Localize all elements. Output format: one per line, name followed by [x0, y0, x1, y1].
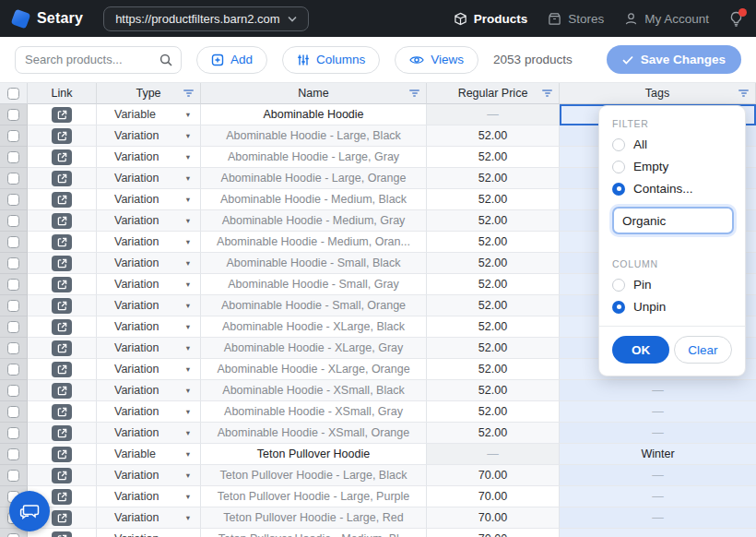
site-url-dropdown[interactable]: https://productfilters.barn2.com — [103, 6, 308, 31]
tags-cell[interactable]: — — [560, 401, 756, 423]
row-checkbox[interactable] — [7, 151, 19, 163]
name-cell[interactable]: Teton Pullover Hoodie - Large, Red — [201, 507, 427, 529]
chat-support-button[interactable] — [9, 491, 50, 531]
type-cell[interactable]: Variable ▾ — [97, 104, 201, 125]
filter-option-empty[interactable]: Empty — [612, 160, 732, 173]
tags-cell[interactable]: — — [560, 423, 756, 444]
regular-price-cell[interactable]: 52.00 — [427, 316, 560, 338]
type-cell[interactable]: Variation ▾ — [97, 232, 201, 253]
row-checkbox[interactable] — [7, 173, 19, 185]
add-button[interactable]: Add — [196, 46, 267, 74]
views-button[interactable]: Views — [395, 46, 478, 74]
open-product-link-button[interactable] — [52, 468, 72, 483]
type-cell[interactable]: Variation ▾ — [97, 401, 201, 423]
row-checkbox[interactable] — [7, 130, 19, 142]
type-cell[interactable]: Variation ▾ — [97, 380, 201, 401]
regular-price-cell[interactable]: 52.00 — [427, 232, 560, 253]
open-product-link-button[interactable] — [52, 107, 72, 123]
type-cell[interactable]: Variation ▾ — [97, 465, 201, 486]
regular-price-cell[interactable]: 70.00 — [427, 465, 560, 486]
type-cell[interactable]: Variation ▾ — [97, 253, 201, 274]
type-cell[interactable]: Variation ▾ — [97, 210, 201, 232]
open-product-link-button[interactable] — [52, 319, 72, 335]
open-product-link-button[interactable] — [52, 192, 72, 208]
header-name[interactable]: Name — [201, 83, 427, 104]
nav-my-account[interactable]: My Account — [624, 12, 709, 26]
open-product-link-button[interactable] — [52, 447, 72, 462]
open-product-link-button[interactable] — [52, 213, 72, 229]
name-cell[interactable]: Teton Pullover Hoodie - Large, Black — [201, 465, 427, 486]
row-checkbox[interactable] — [7, 385, 19, 397]
search-input[interactable] — [25, 53, 159, 66]
name-cell[interactable]: Abominable Hoodie - XLarge, Orange — [201, 359, 427, 380]
open-product-link-button[interactable] — [52, 510, 72, 526]
name-cell[interactable]: Abominable Hoodie - Large, Orange — [201, 168, 427, 189]
tags-cell[interactable]: — — [560, 380, 756, 401]
regular-price-cell[interactable]: 52.00 — [427, 359, 560, 380]
row-checkbox[interactable] — [7, 279, 19, 291]
row-checkbox[interactable] — [7, 257, 19, 269]
open-product-link-button[interactable] — [52, 149, 72, 165]
row-checkbox[interactable] — [7, 448, 19, 460]
name-cell[interactable]: Abominable Hoodie - XLarge, Black — [201, 316, 427, 338]
open-product-link-button[interactable] — [52, 298, 72, 314]
regular-price-cell[interactable]: 52.00 — [427, 210, 560, 232]
name-cell[interactable]: Abominable Hoodie - Large, Black — [201, 125, 427, 147]
name-cell[interactable]: Teton Pullover Hoodie — [201, 444, 427, 465]
open-product-link-button[interactable] — [52, 171, 72, 186]
filter-icon[interactable] — [183, 90, 194, 98]
type-cell[interactable]: Variation ▾ — [97, 529, 201, 537]
regular-price-cell[interactable]: 70.00 — [427, 486, 560, 507]
regular-price-cell[interactable]: 52.00 — [427, 189, 560, 210]
open-product-link-button[interactable] — [52, 425, 72, 441]
row-checkbox[interactable] — [7, 470, 19, 482]
open-product-link-button[interactable] — [52, 383, 72, 399]
columns-button[interactable]: Columns — [282, 46, 380, 74]
regular-price-cell[interactable]: 52.00 — [427, 253, 560, 274]
name-cell[interactable]: Abominable Hoodie - Small, Gray — [201, 274, 427, 295]
column-option-pin[interactable]: Pin — [612, 278, 732, 292]
open-product-link-button[interactable] — [52, 531, 72, 537]
name-cell[interactable]: Teton Pullover Hoodie - Medium, Bl... — [201, 529, 427, 537]
filter-option-all[interactable]: All — [612, 137, 732, 151]
row-checkbox[interactable] — [7, 300, 19, 312]
regular-price-cell[interactable]: 52.00 — [427, 423, 560, 444]
open-product-link-button[interactable] — [52, 362, 72, 377]
name-cell[interactable]: Teton Pullover Hoodie - Large, Purple — [201, 486, 427, 507]
row-checkbox[interactable] — [7, 427, 19, 439]
type-cell[interactable]: Variation ▾ — [97, 423, 201, 444]
open-product-link-button[interactable] — [52, 404, 72, 420]
regular-price-cell[interactable]: 52.00 — [427, 125, 560, 147]
type-cell[interactable]: Variation ▾ — [97, 486, 201, 507]
filter-icon[interactable] — [409, 90, 419, 98]
open-product-link-button[interactable] — [52, 128, 72, 144]
row-checkbox[interactable] — [7, 342, 19, 354]
regular-price-cell[interactable]: 52.00 — [427, 295, 560, 316]
open-product-link-button[interactable] — [52, 234, 72, 250]
regular-price-cell[interactable]: 70.00 — [427, 529, 560, 537]
row-checkbox[interactable] — [7, 533, 19, 537]
row-checkbox[interactable] — [7, 236, 19, 248]
name-cell[interactable]: Abominable Hoodie - XLarge, Gray — [201, 338, 427, 359]
regular-price-cell[interactable]: 52.00 — [427, 274, 560, 295]
type-cell[interactable]: Variation ▾ — [97, 507, 201, 529]
type-cell[interactable]: Variation ▾ — [97, 168, 201, 189]
regular-price-cell[interactable]: 52.00 — [427, 401, 560, 423]
ok-button[interactable]: OK — [612, 336, 669, 364]
type-cell[interactable]: Variation ▾ — [97, 295, 201, 316]
type-cell[interactable]: Variation ▾ — [97, 189, 201, 210]
regular-price-cell[interactable]: — — [427, 444, 560, 465]
type-cell[interactable]: Variation ▾ — [97, 359, 201, 380]
whats-new-button[interactable] — [729, 11, 743, 27]
tags-cell[interactable]: — — [560, 507, 756, 529]
row-checkbox[interactable] — [7, 406, 19, 418]
filter-icon[interactable] — [738, 90, 749, 98]
filter-icon[interactable] — [542, 90, 552, 98]
tags-cell[interactable]: — — [560, 465, 756, 486]
regular-price-cell[interactable]: 52.00 — [427, 147, 560, 168]
open-product-link-button[interactable] — [52, 340, 72, 356]
name-cell[interactable]: Abominable Hoodie - Small, Black — [201, 253, 427, 274]
select-all-checkbox[interactable] — [7, 88, 19, 100]
open-product-link-button[interactable] — [52, 277, 72, 292]
type-cell[interactable]: Variable ▾ — [97, 444, 201, 465]
